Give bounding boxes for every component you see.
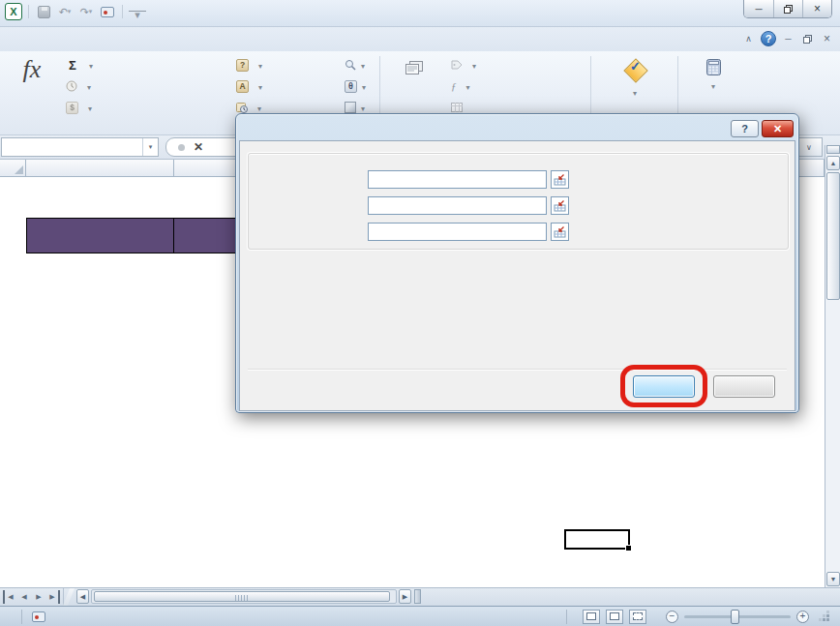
- column-header-A[interactable]: [26, 160, 174, 177]
- resize-grip[interactable]: [819, 611, 830, 622]
- tab-split-handle[interactable]: [414, 589, 421, 604]
- dialog-help-button[interactable]: ?: [731, 120, 759, 137]
- separator: [28, 5, 29, 18]
- scrollbar-split-handle[interactable]: [826, 145, 840, 154]
- table-icon: [101, 7, 114, 17]
- zoom-slider[interactable]: [684, 615, 791, 618]
- zoom-out-button[interactable]: −: [666, 611, 678, 623]
- normal-view-button[interactable]: [583, 610, 600, 624]
- undo-button[interactable]: ↶▾: [56, 3, 74, 20]
- scroll-right-button[interactable]: ▶: [399, 589, 411, 604]
- theta-icon: θ: [345, 80, 357, 93]
- calculation-button[interactable]: [681, 54, 745, 122]
- dropdown-arrow-icon: [361, 102, 365, 113]
- sheet-nav: ◀ ◀ ▶ ▶: [0, 588, 64, 606]
- calculator-icon: [706, 59, 721, 75]
- column-header-B[interactable]: [174, 160, 239, 177]
- collapse-dialog-button[interactable]: [551, 223, 569, 241]
- workbook-close-icon[interactable]: ×: [820, 32, 834, 46]
- text-functions-button[interactable]: A: [236, 76, 262, 96]
- logical-book-icon: ?: [236, 59, 249, 72]
- formula-auditing-button[interactable]: [594, 54, 675, 122]
- minimize-ribbon-icon[interactable]: ∧: [741, 32, 756, 46]
- range-select-icon: [554, 173, 566, 186]
- help-icon[interactable]: ?: [761, 31, 776, 46]
- cube-icon: [345, 102, 356, 113]
- cancel-button[interactable]: [713, 375, 775, 398]
- recent-functions-button[interactable]: [66, 76, 91, 96]
- sigma-icon: Σ: [66, 58, 79, 73]
- criteria-input[interactable]: [368, 196, 547, 215]
- expand-formula-bar-button[interactable]: ∨: [795, 137, 823, 157]
- separator: [566, 610, 567, 624]
- scroll-up-button[interactable]: ▲: [826, 156, 840, 170]
- quick-access-toolbar: X ↶▾ ↷▾ ▾: [5, 3, 146, 20]
- sheet-tabs-row: ◀ ◀ ▶ ▶ ◀ ▶: [0, 587, 840, 606]
- page-break-icon: [633, 612, 643, 620]
- chevron-down-icon[interactable]: ▾: [142, 138, 158, 156]
- cell-A3-header[interactable]: [26, 218, 174, 253]
- lookup-reference-button[interactable]: [345, 55, 365, 75]
- restore-button[interactable]: [773, 0, 802, 17]
- collapse-dialog-button[interactable]: [551, 196, 569, 215]
- autosum-button[interactable]: Σ: [66, 55, 93, 75]
- logical-button[interactable]: ?: [236, 55, 262, 75]
- dropdown-arrow-icon: [87, 80, 91, 92]
- column-header-H[interactable]: [795, 160, 825, 177]
- cell-B3-header[interactable]: [173, 218, 239, 253]
- cancel-icon[interactable]: ✕: [194, 140, 203, 154]
- tab-scroll-left-button[interactable]: ◀: [76, 589, 89, 604]
- name-manager-button[interactable]: [383, 54, 445, 122]
- financial-button[interactable]: $: [66, 98, 92, 117]
- window-controls: ─ ×: [743, 0, 832, 18]
- excel-window: X ↶▾ ↷▾ ▾ ─ × ∧ ? ─ ×: [0, 0, 840, 626]
- page-layout-view-button[interactable]: [606, 610, 623, 624]
- formula-result-line: [577, 255, 585, 267]
- insert-function-button[interactable]: fx: [4, 54, 60, 122]
- argument-row-criteria: [244, 196, 793, 216]
- horizontal-scrollbar[interactable]: [91, 589, 397, 604]
- use-in-formula-button[interactable]: ƒ: [451, 76, 470, 96]
- macro-record-icon[interactable]: [32, 611, 45, 622]
- last-sheet-button[interactable]: ▶: [46, 590, 60, 604]
- ribbon-right-controls: ∧ ? ─ ×: [741, 31, 834, 46]
- vertical-scroll-thumb[interactable]: [826, 172, 840, 300]
- separator: [122, 5, 123, 18]
- define-name-button[interactable]: [451, 55, 476, 75]
- editing-cell[interactable]: [564, 529, 630, 550]
- range-input[interactable]: [368, 170, 547, 189]
- ok-button[interactable]: [633, 375, 695, 398]
- vertical-scrollbar[interactable]: ▲ ▼: [825, 145, 840, 587]
- zoom-in-button[interactable]: +: [796, 611, 809, 623]
- dialog-close-button[interactable]: ✕: [762, 120, 794, 137]
- next-sheet-button[interactable]: ▶: [32, 590, 45, 604]
- save-icon: [38, 6, 50, 18]
- math-trig-button[interactable]: θ: [345, 76, 366, 96]
- fx-icon: fx: [23, 57, 42, 82]
- dialog-title-bar[interactable]: ? ✕: [239, 117, 795, 140]
- scroll-down-button[interactable]: ▼: [826, 572, 840, 586]
- page-break-view-button[interactable]: [629, 610, 646, 624]
- save-button[interactable]: [35, 3, 52, 20]
- select-all-corner[interactable]: [0, 160, 26, 177]
- first-sheet-button[interactable]: ◀: [3, 590, 16, 604]
- formula-f-icon: ƒ: [451, 80, 457, 92]
- zoom-slider-thumb[interactable]: [731, 610, 739, 624]
- close-button[interactable]: ×: [802, 0, 831, 17]
- title-bar: X ↶▾ ↷▾ ▾ ─ ×: [0, 0, 840, 27]
- error-checking-icon: [622, 57, 647, 82]
- customize-qat-button[interactable]: ▾: [129, 11, 146, 19]
- sheet-tab-partial[interactable]: [63, 588, 75, 606]
- dialog-body: [239, 140, 795, 411]
- prev-sheet-button[interactable]: ◀: [17, 590, 31, 604]
- minimize-button[interactable]: ─: [744, 0, 773, 17]
- average-range-input[interactable]: [368, 223, 547, 241]
- preview-button[interactable]: [99, 3, 116, 20]
- collapse-dialog-button[interactable]: [551, 170, 569, 189]
- horizontal-scroll-thumb[interactable]: [94, 591, 390, 602]
- redo-button[interactable]: ↷▾: [77, 3, 95, 20]
- workbook-minimize-icon[interactable]: ─: [781, 32, 795, 46]
- workbook-restore-icon[interactable]: [800, 32, 815, 46]
- status-bar: − +: [0, 606, 840, 626]
- name-box[interactable]: ▾: [1, 137, 159, 157]
